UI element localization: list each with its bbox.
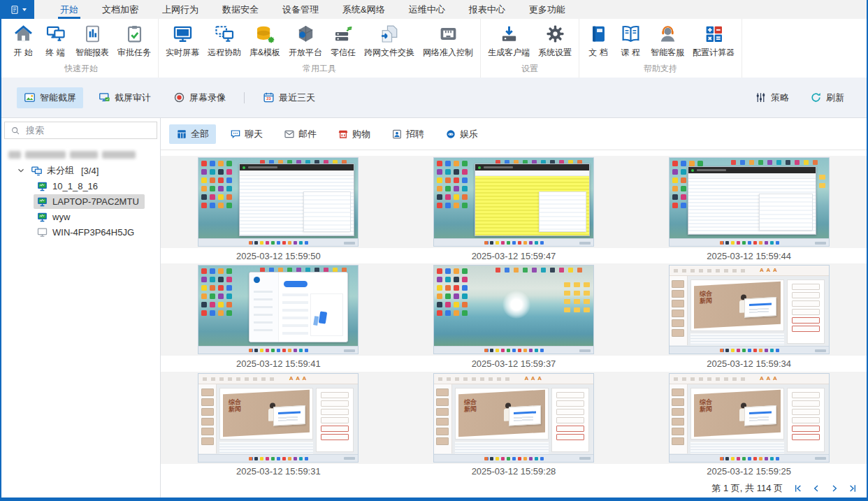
menu-tab-6[interactable]: 系统&网络: [331, 0, 397, 19]
tree-node[interactable]: LAPTOP-7PAC2MTU: [1, 194, 160, 209]
illustration: [318, 312, 327, 324]
search-input[interactable]: [24, 124, 151, 136]
ribbon-item[interactable]: 实时屏幕: [161, 21, 203, 61]
decor-dot: [226, 186, 232, 191]
ribbon-item[interactable]: 零信任: [326, 21, 360, 61]
tree-node[interactable]: wyw: [1, 209, 160, 224]
file-list: [240, 176, 354, 235]
toolbar-button[interactable]: 屏幕录像: [166, 87, 233, 108]
menu-tab-2[interactable]: 文档加密: [90, 0, 150, 19]
tree-node[interactable]: 未分组[3/4]: [1, 163, 160, 178]
toolbar-button[interactable]: 截屏审计: [92, 87, 158, 108]
last-page-button[interactable]: [846, 481, 860, 495]
ribbon-item[interactable]: 开 始: [7, 21, 39, 61]
ribbon-item[interactable]: 远程协助: [203, 21, 245, 61]
decor-dot: [577, 268, 582, 273]
ppt-slide-area: 综合新闻: [690, 388, 784, 440]
ppt-style-panel: [551, 388, 589, 452]
page-last-icon: [847, 483, 858, 494]
app-sidebar: [249, 273, 279, 342]
search-box[interactable]: [4, 122, 157, 139]
screenshot-thumbnail[interactable]: [433, 157, 594, 247]
tree-node[interactable]: WIN-4FP3P64H5JG: [1, 224, 160, 240]
decor-dot: [462, 194, 468, 200]
ribbon-item[interactable]: 终 端: [39, 21, 71, 61]
redacted-block: [25, 151, 66, 159]
thumbnail-timestamp: 2025-03-12 15:59:25: [631, 464, 867, 479]
folder-icon: [574, 299, 580, 304]
ribbon-item[interactable]: 库&模板: [245, 21, 284, 61]
screenshot-thumbnail[interactable]: A A A综合新闻: [669, 373, 830, 463]
screenshot-thumbnail[interactable]: [198, 265, 359, 354]
menu-tab-3[interactable]: 上网行为: [150, 0, 210, 19]
ribbon-item[interactable]: 跨网文件交换: [360, 21, 419, 61]
menu-tab-7[interactable]: 运维中心: [397, 0, 457, 19]
prev-page-button[interactable]: [809, 481, 823, 495]
decor-dot: [445, 277, 451, 282]
ribbon-item[interactable]: 系统设置: [534, 21, 576, 61]
zero-trust-icon: [333, 24, 354, 44]
next-page-button[interactable]: [827, 481, 841, 495]
screenshot-thumbnail[interactable]: [669, 157, 830, 247]
ribbon-group-2: 实时屏幕远程协助库&模板开放平台零信任跨网文件交换网络准入控制常用工具: [159, 19, 481, 78]
taskbar-clock: [344, 457, 355, 460]
ribbon-item[interactable]: 课 程: [614, 21, 646, 61]
decor-dot: [218, 177, 224, 183]
screenshot-thumbnail[interactable]: [198, 157, 359, 247]
filter-button[interactable]: 全部: [169, 124, 216, 144]
page-prev-icon: [811, 483, 822, 494]
ribbon-item[interactable]: 生成客户端: [484, 21, 534, 61]
decor-dot: [550, 268, 555, 273]
menu-tab-4[interactable]: 数据安全: [210, 0, 270, 19]
filter-button[interactable]: 购物: [331, 124, 377, 144]
filter-button[interactable]: 聊天: [223, 124, 270, 144]
menu-tab-1[interactable]: 开始: [48, 0, 90, 19]
style-row: [321, 409, 349, 415]
ribbon-item[interactable]: 开放平台: [284, 21, 326, 61]
toolbar-button[interactable]: 策略: [748, 87, 796, 108]
decor-dot: [462, 161, 468, 166]
filter-button[interactable]: 邮件: [277, 124, 324, 144]
menu-tab-8[interactable]: 报表中心: [457, 0, 517, 19]
decor-dot: [672, 161, 678, 166]
slide-mini: [672, 280, 684, 288]
filter-button[interactable]: 招聘: [384, 124, 431, 144]
slide-mini: [672, 398, 684, 406]
screenshot-thumbnail[interactable]: A A A综合新闻: [433, 373, 594, 463]
ribbon-item[interactable]: 智能报表: [71, 21, 113, 61]
toolbar-button[interactable]: 23最近三天: [256, 87, 322, 108]
ribbon-item[interactable]: 配置计算器: [688, 21, 739, 61]
ribbon-item[interactable]: 文 档: [582, 21, 614, 61]
smart-capture-icon: [24, 92, 36, 103]
slide-mini: [201, 398, 214, 406]
ribbon-item[interactable]: 智能客服: [646, 21, 688, 61]
terminal-online-icon: [36, 196, 48, 208]
decor-dot: [226, 293, 232, 299]
screenshot-thumbnail[interactable]: [433, 265, 594, 354]
decor-dot: [462, 169, 468, 175]
thumbnail-row: A A A综合新闻A A A综合新闻A A A综合新闻: [161, 372, 867, 464]
ppt-slide: 综合新闻: [223, 389, 310, 436]
toolbar-button[interactable]: 刷新: [803, 87, 851, 108]
approval-task-icon: [124, 24, 145, 44]
toolbar-button[interactable]: 智能截屏: [17, 87, 83, 108]
decor-dot: [559, 268, 564, 273]
ribbon-item-label: 实时屏幕: [166, 47, 199, 59]
decor-dot: [731, 160, 736, 165]
filter-label: 招聘: [406, 128, 424, 140]
app-menu-button[interactable]: [1, 0, 34, 19]
decor-dot: [210, 310, 215, 316]
first-page-button[interactable]: [791, 481, 805, 495]
slide-mini: [436, 398, 449, 406]
filter-button[interactable]: 娱乐: [438, 124, 485, 144]
ribbon-item[interactable]: 网络准入控制: [419, 21, 477, 61]
ppt-toolbar: A A A: [198, 374, 358, 384]
tree-node[interactable]: 10_1_8_16: [1, 178, 160, 194]
decor-dot: [210, 285, 215, 291]
ribbon-item[interactable]: 审批任务: [113, 21, 155, 61]
menu-tab-9[interactable]: 更多功能: [517, 0, 577, 19]
screenshot-thumbnail[interactable]: A A A综合新闻: [198, 373, 359, 463]
file-list: [475, 176, 589, 235]
screenshot-thumbnail[interactable]: A A A综合新闻: [669, 265, 830, 354]
menu-tab-5[interactable]: 设备管理: [270, 0, 331, 19]
